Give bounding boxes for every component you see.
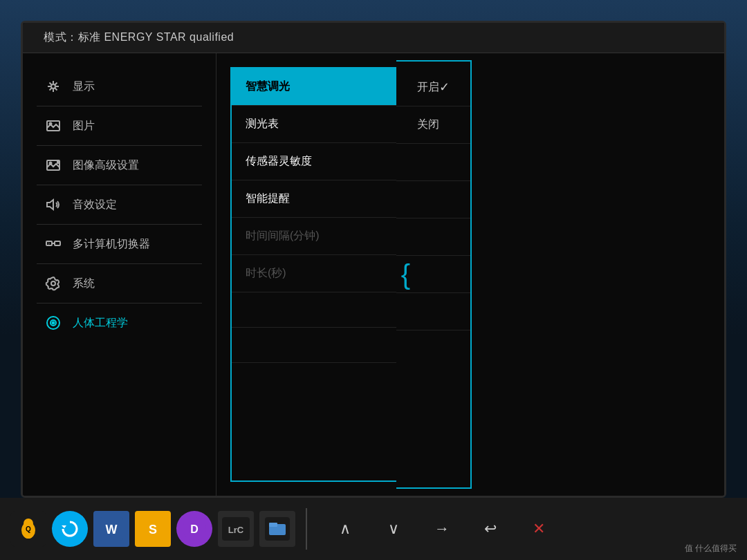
audio-icon [44, 195, 63, 214]
sidebar: 显示 图片 [23, 53, 216, 496]
nav-enter-button[interactable]: → [425, 512, 459, 546]
value-smart-dim: 开启 ✓ [396, 68, 470, 106]
svg-text:Q: Q [26, 525, 31, 533]
sidebar-audio-label: 音效设定 [73, 198, 117, 212]
svg-point-23 [53, 322, 55, 324]
sidebar-item-system[interactable]: 系统 [23, 264, 216, 303]
submenu-light-meter[interactable]: 测光表 [232, 106, 396, 143]
taskbar-controls: ∧ ∨ → ↩ ✕ [307, 512, 577, 546]
submenu-empty1 [232, 292, 396, 328]
bracket-connector: { [401, 261, 410, 288]
svg-point-20 [51, 281, 55, 286]
svg-rect-39 [269, 523, 277, 527]
taskbar-app-files[interactable] [259, 511, 295, 547]
svg-line-6 [55, 83, 57, 85]
submenu-sensor-sens[interactable]: 传感器灵敏度 [232, 143, 396, 180]
submenu-empty2 [232, 328, 396, 363]
value-light-meter: 关闭 [396, 106, 470, 144]
watermark: 值 什么值得买 [685, 543, 737, 554]
svg-line-7 [50, 88, 52, 91]
sidebar-system-label: 系统 [73, 277, 95, 291]
value-smart-dim-text: 开启 [417, 80, 439, 95]
system-icon [44, 274, 63, 293]
sidebar-advanced-label: 图像高级设置 [73, 158, 139, 173]
svg-rect-17 [55, 241, 60, 245]
svg-line-5 [50, 83, 52, 85]
taskbar: Q W S D [0, 498, 747, 560]
sidebar-kvm-label: 多计算机切换器 [73, 237, 150, 252]
taskbar-apps: Q W S D [0, 508, 307, 550]
nav-close-button[interactable]: ✕ [522, 512, 556, 546]
value-sensor [396, 144, 470, 181]
value-empty2 [396, 330, 470, 368]
sidebar-item-image[interactable]: 图片 [23, 106, 216, 145]
advanced-icon [44, 156, 63, 175]
nav-up-button[interactable]: ∧ [328, 512, 362, 546]
submenu-duration: 时长(秒) [232, 255, 396, 292]
submenu-panel: 智慧调光 测光表 传感器灵敏度 智能提醒 时间间隔(分钟) [230, 67, 396, 482]
image-icon [44, 116, 63, 136]
svg-text:LrC: LrC [228, 525, 244, 535]
sidebar-item-kvm[interactable]: 2 多计算机切换器 [23, 225, 216, 263]
check-smart-dim: ✓ [439, 80, 450, 95]
ergo-icon [44, 313, 63, 333]
monitor-frame: 模式：标准 ENERGY STAR qualified [21, 21, 726, 498]
svg-marker-28 [62, 525, 66, 528]
nav-back-button[interactable]: ↩ [473, 512, 508, 546]
sidebar-item-display[interactable]: 显示 [23, 67, 216, 106]
submenu-smart-remind[interactable]: 智能提醒 [232, 180, 396, 218]
svg-text:S: S [149, 523, 157, 536]
value-empty1 [396, 293, 470, 330]
osd-main: 显示 图片 [23, 53, 724, 496]
value-interval [396, 218, 470, 256]
submenu-time-interval: 时间间隔(分钟) [232, 218, 396, 255]
svg-text:2: 2 [48, 242, 50, 246]
value-remind [396, 181, 470, 218]
svg-point-4 [51, 84, 55, 88]
taskbar-app-lrc[interactable]: LrC [218, 511, 254, 547]
osd-overlay: 模式：标准 ENERGY STAR qualified [23, 23, 724, 496]
submenu-smart-dim[interactable]: 智慧调光 [232, 68, 396, 106]
taskbar-app-sublime[interactable]: S [135, 511, 171, 547]
value-light-meter-text: 关闭 [417, 118, 439, 132]
sidebar-item-audio[interactable]: 音效设定 [23, 185, 216, 224]
taskbar-app-qq[interactable]: Q [10, 511, 46, 547]
taskbar-app-dict[interactable]: D [176, 511, 212, 547]
mode-label: 模式：标准 ENERGY STAR qualified [44, 30, 234, 45]
sidebar-image-label: 图片 [73, 119, 95, 133]
svg-point-26 [24, 533, 33, 539]
display-icon [44, 77, 63, 96]
svg-line-8 [55, 88, 57, 91]
svg-marker-15 [47, 200, 53, 209]
kvm-icon: 2 [44, 234, 63, 254]
svg-text:W: W [106, 523, 118, 536]
svg-text:D: D [190, 523, 199, 535]
sidebar-item-advanced[interactable]: 图像高级设置 [23, 146, 216, 185]
taskbar-app-2[interactable] [52, 511, 88, 547]
svg-point-10 [50, 123, 52, 125]
svg-point-12 [50, 162, 52, 165]
sidebar-ergo-label: 人体工程学 [73, 316, 128, 330]
taskbar-app-word[interactable]: W [93, 511, 129, 547]
sidebar-item-ergo[interactable]: 人体工程学 [23, 304, 216, 342]
status-bar: 模式：标准 ENERGY STAR qualified [23, 23, 724, 53]
sidebar-display-label: 显示 [73, 80, 95, 94]
nav-down-button[interactable]: ∨ [376, 512, 411, 546]
